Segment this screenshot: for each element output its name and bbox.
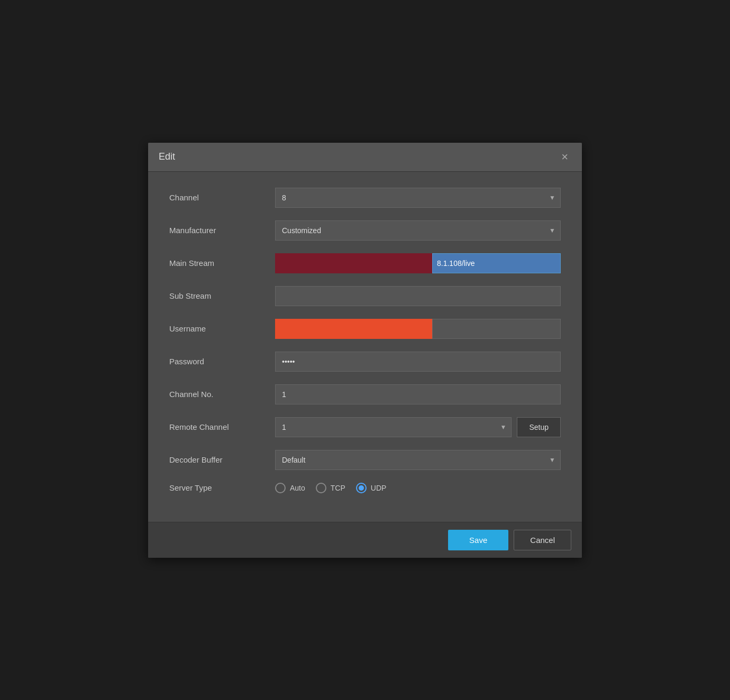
dialog-header: Edit ×: [148, 143, 582, 172]
radio-udp[interactable]: UDP: [356, 483, 387, 493]
main-stream-red-area: [275, 253, 432, 273]
channel-label: Channel: [169, 193, 275, 202]
close-button[interactable]: ×: [558, 150, 571, 164]
radio-tcp-label: TCP: [331, 484, 345, 492]
channel-no-row: Channel No.: [169, 384, 561, 404]
main-stream-highlight-text: 8.1.108/live: [437, 259, 475, 268]
radio-tcp-circle: [316, 483, 326, 493]
server-type-row: Server Type Auto TCP UDP: [169, 483, 561, 493]
radio-udp-circle: [356, 483, 367, 493]
decoder-buffer-row: Decoder Buffer Default ▼: [169, 450, 561, 470]
sub-stream-input[interactable]: [275, 286, 561, 306]
sub-stream-row: Sub Stream: [169, 286, 561, 306]
main-stream-row: Main Stream 8.1.108/live: [169, 253, 561, 273]
channel-no-label: Channel No.: [169, 390, 275, 399]
main-stream-highlight-area[interactable]: 8.1.108/live: [432, 253, 561, 273]
dialog-footer: Save Cancel: [148, 522, 582, 558]
manufacturer-select[interactable]: Customized: [275, 220, 561, 241]
server-type-label: Server Type: [169, 483, 275, 492]
manufacturer-select-wrapper: Customized ▼: [275, 220, 561, 241]
remote-channel-select[interactable]: 1: [275, 417, 512, 437]
remote-channel-controls: 1 ▼ Setup: [275, 417, 561, 437]
username-input-container: [275, 319, 561, 339]
channel-row: Channel 8 ▼: [169, 188, 561, 208]
password-input[interactable]: [275, 352, 561, 372]
setup-button[interactable]: Setup: [517, 417, 561, 437]
channel-select-wrapper: 8 ▼: [275, 188, 561, 208]
password-row: Password: [169, 352, 561, 372]
remote-channel-row: Remote Channel 1 ▼ Setup: [169, 417, 561, 437]
decoder-buffer-select-wrapper: Default ▼: [275, 450, 561, 470]
remote-channel-select-wrapper: 1 ▼: [275, 417, 512, 437]
channel-no-input[interactable]: [275, 384, 561, 404]
username-input-area[interactable]: [432, 319, 561, 339]
username-row: Username: [169, 319, 561, 339]
dialog-title: Edit: [159, 151, 175, 162]
main-stream-label: Main Stream: [169, 259, 275, 268]
cancel-button[interactable]: Cancel: [514, 530, 571, 550]
manufacturer-row: Manufacturer Customized ▼: [169, 220, 561, 241]
radio-auto-circle: [275, 483, 286, 493]
username-red-area: [275, 319, 432, 339]
username-label: Username: [169, 324, 275, 333]
remote-channel-label: Remote Channel: [169, 422, 275, 431]
main-stream-input-container: 8.1.108/live: [275, 253, 561, 273]
decoder-buffer-label: Decoder Buffer: [169, 455, 275, 464]
save-button[interactable]: Save: [448, 530, 508, 550]
password-label: Password: [169, 357, 275, 366]
edit-dialog: Edit × Channel 8 ▼ Manufacturer: [148, 143, 582, 558]
dialog-overlay: Edit × Channel 8 ▼ Manufacturer: [0, 0, 730, 700]
server-type-options: Auto TCP UDP: [275, 483, 561, 493]
radio-tcp[interactable]: TCP: [316, 483, 345, 493]
decoder-buffer-select[interactable]: Default: [275, 450, 561, 470]
dialog-body: Channel 8 ▼ Manufacturer Customized ▼: [148, 172, 582, 522]
radio-auto-label: Auto: [290, 484, 305, 492]
radio-auto[interactable]: Auto: [275, 483, 305, 493]
radio-udp-label: UDP: [371, 484, 387, 492]
sub-stream-label: Sub Stream: [169, 291, 275, 300]
channel-select[interactable]: 8: [275, 188, 561, 208]
manufacturer-label: Manufacturer: [169, 226, 275, 235]
